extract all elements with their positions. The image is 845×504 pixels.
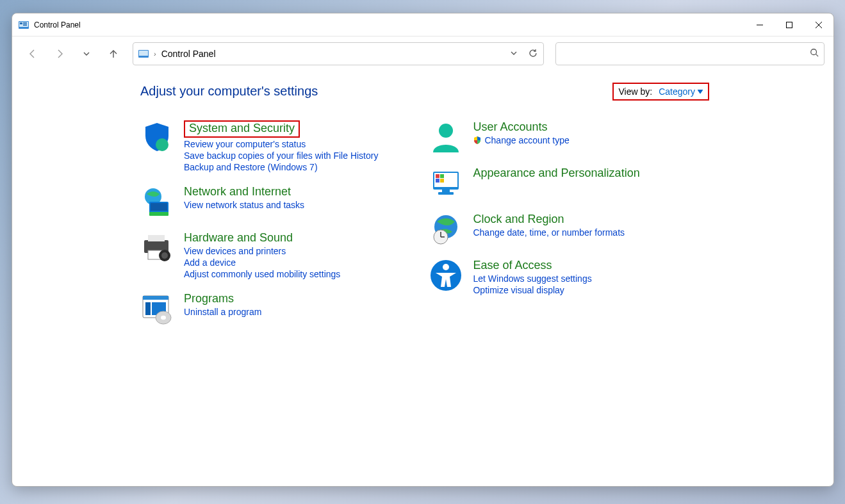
link-devices-printers[interactable]: View devices and printers — [184, 246, 340, 256]
shield-icon — [140, 120, 174, 154]
printer-icon — [140, 231, 174, 264]
minimize-button[interactable] — [745, 13, 775, 37]
category-ease-of-access: Ease of Access Let Windows suggest setti… — [429, 259, 639, 295]
view-by-label: View by: — [619, 86, 653, 97]
up-button[interactable] — [102, 42, 125, 65]
category-grid: System and Security Review your computer… — [140, 120, 814, 325]
svg-line-13 — [816, 54, 819, 57]
svg-rect-35 — [440, 174, 444, 178]
titlebar: Control Panel — [12, 13, 833, 37]
breadcrumb-separator-icon: › — [154, 50, 156, 58]
link-date-time-formats[interactable]: Change date, time, or number formats — [473, 227, 625, 238]
window-title: Control Panel — [34, 20, 81, 29]
svg-rect-2 — [20, 22, 22, 24]
svg-rect-19 — [149, 212, 168, 216]
monitor-icon — [429, 167, 463, 200]
link-network-status[interactable]: View network status and tasks — [184, 200, 304, 210]
search-icon[interactable] — [810, 48, 819, 60]
svg-rect-21 — [148, 235, 165, 241]
svg-point-12 — [811, 49, 817, 55]
svg-point-24 — [161, 252, 168, 259]
category-link-programs[interactable]: Programs — [184, 292, 261, 305]
svg-rect-27 — [145, 302, 151, 315]
breadcrumb[interactable]: Control Panel — [161, 49, 505, 59]
svg-rect-3 — [23, 22, 27, 24]
toolbar: › Control Panel — [12, 37, 833, 71]
category-clock-region: Clock and Region Change date, time, or n… — [429, 213, 639, 246]
globe-clock-icon — [429, 213, 463, 246]
content-area: Adjust your computer's settings View by:… — [12, 71, 833, 486]
svg-rect-38 — [442, 190, 450, 192]
category-appearance: Appearance and Personalization — [429, 167, 639, 200]
link-mobility-settings[interactable]: Adjust commonly used mobility settings — [184, 269, 340, 279]
search-box[interactable] — [555, 42, 824, 65]
refresh-button[interactable] — [528, 48, 538, 60]
category-system-security: System and Security Review your computer… — [140, 120, 378, 172]
control-panel-app-icon — [19, 20, 29, 30]
category-link-clock-region[interactable]: Clock and Region — [473, 213, 625, 226]
programs-icon — [140, 292, 174, 325]
svg-point-15 — [156, 138, 168, 151]
link-uninstall-program[interactable]: Uninstall a program — [184, 307, 261, 317]
category-programs: Programs Uninstall a program — [140, 292, 378, 325]
link-change-account-type-text: Change account type — [484, 135, 569, 145]
svg-rect-34 — [436, 174, 439, 178]
svg-rect-36 — [436, 179, 439, 183]
back-button[interactable] — [21, 42, 44, 65]
svg-rect-37 — [440, 179, 444, 183]
category-column-right: User Accounts — [429, 120, 639, 325]
page-title: Adjust your computer's settings — [140, 84, 814, 99]
forward-button[interactable] — [48, 42, 71, 65]
svg-rect-39 — [438, 192, 454, 195]
category-link-hardware[interactable]: Hardware and Sound — [184, 231, 340, 245]
category-hardware: Hardware and Sound View devices and prin… — [140, 231, 378, 279]
category-user-accounts: User Accounts — [429, 120, 639, 154]
category-column-left: System and Security Review your computer… — [140, 120, 378, 325]
view-by-value[interactable]: Category — [659, 86, 703, 97]
category-link-system-security[interactable]: System and Security — [184, 120, 300, 138]
svg-rect-18 — [151, 203, 167, 211]
link-optimize-visual-display[interactable]: Optimize visual display — [473, 285, 591, 295]
link-file-history[interactable]: Save backup copies of your files with Fi… — [184, 150, 378, 161]
svg-rect-26 — [143, 296, 168, 300]
accessibility-icon — [429, 259, 463, 292]
maximize-button[interactable] — [775, 13, 804, 37]
link-backup-restore[interactable]: Backup and Restore (Windows 7) — [184, 162, 378, 172]
user-icon — [429, 120, 463, 154]
address-bar[interactable]: › Control Panel — [133, 42, 544, 65]
svg-marker-14 — [698, 90, 703, 93]
control-panel-crumb-icon — [138, 49, 149, 59]
close-button[interactable] — [804, 13, 833, 37]
view-by-value-text: Category — [659, 86, 695, 97]
svg-point-31 — [439, 124, 453, 138]
category-link-appearance[interactable]: Appearance and Personalization — [473, 167, 639, 180]
svg-rect-11 — [139, 51, 148, 56]
link-suggest-settings[interactable]: Let Windows suggest settings — [473, 273, 591, 284]
uac-shield-icon — [473, 136, 482, 145]
link-add-device[interactable]: Add a device — [184, 257, 340, 268]
svg-rect-4 — [23, 24, 27, 26]
link-change-account-type[interactable]: Change account type — [473, 135, 569, 145]
view-by-selector[interactable]: View by: Category — [612, 83, 709, 101]
svg-point-45 — [443, 264, 449, 270]
globe-network-icon — [140, 185, 174, 218]
svg-rect-6 — [787, 22, 792, 28]
category-network: Network and Internet View network status… — [140, 185, 378, 218]
recent-locations-button[interactable] — [75, 42, 98, 65]
address-history-button[interactable] — [510, 49, 518, 59]
category-link-user-accounts[interactable]: User Accounts — [473, 120, 569, 134]
control-panel-window: Control Panel — [12, 13, 834, 487]
category-link-ease-of-access[interactable]: Ease of Access — [473, 259, 591, 272]
search-input[interactable] — [561, 49, 810, 59]
category-link-network[interactable]: Network and Internet — [184, 185, 304, 199]
svg-point-30 — [161, 316, 166, 320]
link-review-status[interactable]: Review your computer's status — [184, 139, 378, 149]
